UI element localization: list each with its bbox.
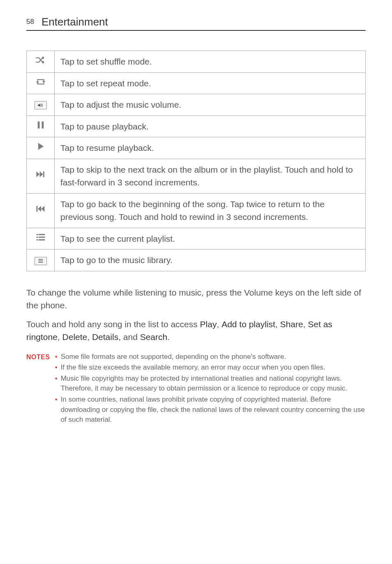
table-row: Tap to resume playback.: [27, 137, 366, 159]
page-number: 58: [26, 18, 34, 26]
control-description: Tap to see the current playlist.: [55, 228, 366, 250]
note-item: If the file size exceeds the available m…: [55, 363, 366, 373]
control-description: Tap to set shuffle mode.: [55, 51, 366, 73]
notes-label: NOTES: [26, 352, 50, 426]
control-description: Tap to pause playback.: [55, 116, 366, 137]
table-row: Tap to go to the music library.: [27, 250, 366, 271]
prev-track-icon: [27, 193, 55, 228]
menu-item-label: Details: [92, 332, 118, 342]
table-row: Tap to set repeat mode.: [27, 72, 366, 94]
control-description: Tap to skip to the next track on the alb…: [55, 159, 366, 193]
table-row: Tap to set shuffle mode.: [27, 51, 366, 73]
menu-item-label: Search: [140, 332, 168, 342]
control-description: Tap to adjust the music volume.: [55, 94, 366, 116]
repeat-icon: [27, 72, 55, 94]
table-row: Tap to go back to the beginning of the s…: [27, 193, 366, 228]
control-description: Tap to resume playback.: [55, 137, 366, 159]
svg-rect-1: [42, 121, 44, 128]
control-description: Tap to set repeat mode.: [55, 72, 366, 94]
playlist-icon: [27, 228, 55, 250]
play-icon: [27, 137, 55, 159]
menu-item-label: Delete: [62, 332, 88, 342]
table-row: Tap to skip to the next track on the alb…: [27, 159, 366, 193]
svg-rect-2: [43, 171, 44, 177]
note-item: Music file copyrights may be protected b…: [55, 374, 366, 394]
table-row: Tap to pause playback.: [27, 116, 366, 137]
shuffle-icon: [27, 51, 55, 73]
note-item: Some file formats are not supported, dep…: [55, 352, 366, 362]
library-icon: [27, 250, 55, 271]
section-title: Entertainment: [42, 16, 108, 28]
note-item: In some countries, national laws prohibi…: [55, 395, 366, 425]
context-menu-paragraph: Touch and hold any song in the list to a…: [26, 318, 366, 344]
volume-icon: [27, 94, 55, 116]
menu-item-label: Play: [200, 319, 217, 329]
svg-rect-3: [36, 206, 37, 212]
menu-item-label: Share: [280, 319, 303, 329]
pause-icon: [27, 116, 55, 137]
control-description: Tap to go to the music library.: [55, 250, 366, 271]
table-row: Tap to see the current playlist.: [27, 228, 366, 250]
volume-paragraph: To change the volume while listening to …: [26, 286, 366, 312]
page-header: 58 Entertainment: [26, 16, 366, 31]
control-description: Tap to go back to the beginning of the s…: [55, 193, 366, 228]
menu-item-label: Add to playlist: [221, 319, 275, 329]
next-track-icon: [27, 159, 55, 193]
notes-section: NOTES Some file formats are not supporte…: [26, 352, 366, 426]
notes-list: Some file formats are not supported, dep…: [55, 352, 366, 426]
controls-table: Tap to set shuffle mode.Tap to set repea…: [26, 51, 366, 271]
table-row: Tap to adjust the music volume.: [27, 94, 366, 116]
svg-rect-0: [37, 121, 39, 128]
